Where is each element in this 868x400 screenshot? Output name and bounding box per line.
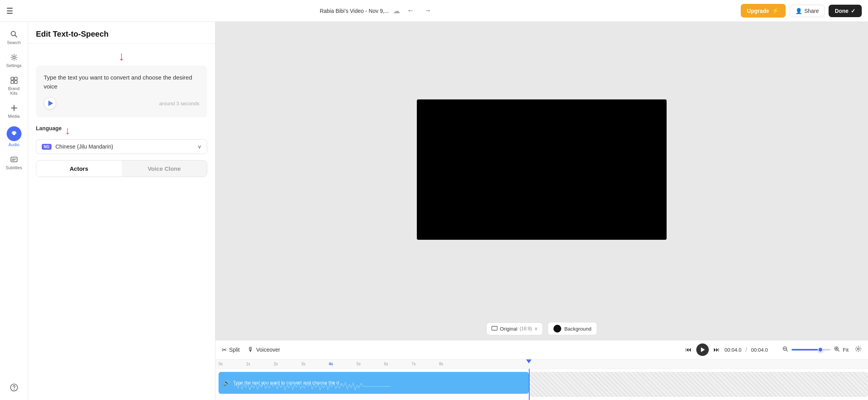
edit-panel: Edit Text-to-Speech ↓ Type the text you … — [28, 22, 215, 400]
brand-kits-icon — [9, 76, 19, 85]
audio-icon — [7, 126, 21, 141]
svg-point-24 — [857, 348, 859, 350]
play-icon — [48, 101, 53, 106]
zoom-slider-thumb — [818, 347, 823, 352]
aspect-label: Original — [500, 326, 518, 332]
svg-point-14 — [14, 389, 14, 390]
ruler-0s: 0s — [219, 362, 223, 366]
microphone-icon: 🎙 — [247, 346, 254, 353]
ruler-marks-row: 0s 1s 2s 3s 4s 5s 6s 7s 8s — [219, 362, 865, 366]
timeline-tracks: 🔊 Type the text you want to convert and … — [215, 369, 868, 400]
panel-title: Edit Text-to-Speech — [36, 30, 108, 38]
tab-actors[interactable]: Actors — [36, 161, 122, 177]
sidebar-search-label: Search — [7, 40, 21, 45]
language-badge: NG — [42, 144, 52, 150]
lightning-icon: ⚡ — [772, 7, 779, 14]
video-player[interactable] — [417, 99, 667, 240]
voiceover-label: Voiceover — [256, 347, 280, 353]
play-pause-button[interactable] — [696, 343, 709, 356]
svg-rect-10 — [11, 157, 17, 162]
redo-button[interactable]: → — [421, 5, 434, 16]
undo-button[interactable]: ← — [404, 5, 417, 16]
svg-line-1 — [15, 35, 17, 37]
playback-controls: ⏮ ⏭ 00:04.0 / 00:04.0 — [684, 343, 768, 356]
scissors-icon: ✂ — [222, 346, 227, 354]
background-select[interactable]: Background — [548, 322, 597, 335]
video-controls-bar: Original (16:9) ∨ Background — [215, 317, 868, 340]
ruler-6s: 6s — [384, 362, 388, 366]
rewind-button[interactable]: ⏮ — [684, 345, 693, 355]
text-preview-footer: around 3 seconds — [44, 97, 199, 110]
arrow-annotation-1: ↓ — [36, 50, 207, 62]
audio-track[interactable]: 🔊 Type the text you want to convert and … — [219, 372, 529, 394]
timeline-playhead-line — [529, 369, 530, 400]
language-section: Language ↓ NG Chinese (Jilu Mandarin) ∨ — [36, 124, 207, 154]
background-color-swatch — [553, 325, 561, 333]
upgrade-label: Upgrade — [747, 8, 769, 14]
share-icon: 👤 — [795, 8, 802, 14]
video-title: Rabia Bibi's Video - Nov 9,... — [320, 8, 389, 14]
zoom-slider-fill — [792, 349, 819, 350]
sidebar-settings-label: Settings — [6, 63, 22, 68]
sidebar-item-audio[interactable]: Audio — [2, 123, 26, 150]
aspect-ratio-value: (16:9) — [520, 326, 532, 331]
ruler-3s: 3s — [301, 362, 306, 366]
upgrade-button[interactable]: Upgrade ⚡ — [741, 4, 786, 18]
done-button[interactable]: Done ✓ — [829, 5, 862, 17]
main-layout: Search Settings Brand Kits Media Audio — [0, 22, 868, 400]
sidebar-item-search[interactable]: Search — [2, 27, 26, 48]
split-label: Split — [229, 347, 240, 353]
background-label: Background — [564, 326, 591, 332]
panel-content: ↓ Type the text you want to convert and … — [28, 44, 215, 400]
svg-rect-4 — [14, 77, 17, 80]
zoom-out-button[interactable] — [782, 346, 788, 354]
duration-text: around 3 seconds — [159, 101, 199, 106]
search-icon — [9, 30, 19, 39]
fast-forward-button[interactable]: ⏭ — [712, 345, 721, 355]
ruler-1s: 1s — [246, 362, 251, 366]
language-select[interactable]: NG Chinese (Jilu Mandarin) ∨ — [36, 139, 207, 154]
sidebar-item-help[interactable] — [2, 380, 26, 395]
audio-waveform — [234, 381, 390, 392]
svg-rect-5 — [11, 81, 14, 83]
split-tool[interactable]: ✂ Split — [222, 346, 240, 354]
sidebar-brandkits-label: Brand Kits — [5, 86, 23, 96]
sidebar-item-subtitles[interactable]: Subtitles — [2, 152, 26, 173]
zoom-slider[interactable] — [792, 349, 831, 350]
topbar-center: Rabia Bibi's Video - Nov 9,... ☁ ← → — [320, 5, 434, 16]
playhead-marker — [526, 359, 532, 363]
language-label: Language — [36, 125, 62, 131]
topbar-right: Upgrade ⚡ 👤 Share Done ✓ — [741, 4, 862, 18]
aspect-ratio-select[interactable]: Original (16:9) ∨ — [486, 322, 543, 335]
tab-voice-clone[interactable]: Voice Clone — [122, 161, 207, 177]
sidebar-item-media[interactable]: Media — [2, 100, 26, 122]
checkmark-icon: ✓ — [851, 8, 856, 14]
sidebar-item-brand-kits[interactable]: Brand Kits — [2, 73, 26, 99]
settings-icon — [9, 53, 19, 62]
text-preview-box[interactable]: Type the text you want to convert and ch… — [36, 65, 207, 117]
ruler-5s: 5s — [356, 362, 361, 366]
svg-rect-3 — [11, 77, 14, 80]
voiceover-tool[interactable]: 🎙 Voiceover — [247, 346, 280, 353]
svg-point-0 — [11, 32, 15, 36]
zoom-in-button[interactable] — [834, 346, 840, 354]
red-arrow-1: ↓ — [119, 50, 125, 62]
text-preview-content: Type the text you want to convert and ch… — [44, 73, 199, 91]
language-header: Language ↓ — [36, 124, 207, 136]
timeline-toolbar: ✂ Split 🎙 Voiceover ⏮ ⏭ 00:04.0 / 00:04 — [215, 340, 868, 359]
content-area: Original (16:9) ∨ Background ✂ Split 🎙 V… — [215, 22, 868, 400]
menu-icon[interactable]: ☰ — [6, 6, 13, 16]
svg-line-21 — [838, 350, 839, 351]
cloud-icon[interactable]: ☁ — [393, 7, 400, 15]
svg-line-18 — [786, 350, 788, 351]
sidebar: Search Settings Brand Kits Media Audio — [0, 22, 28, 400]
audio-track-icon: 🔊 — [223, 380, 230, 386]
topbar-left: ☰ — [6, 6, 13, 16]
timeline-settings-button[interactable] — [855, 345, 862, 354]
chevron-down-icon: ∨ — [197, 143, 201, 150]
zoom-fit-button[interactable]: Fit — [843, 347, 848, 353]
preview-play-button[interactable] — [44, 97, 56, 110]
sidebar-item-settings[interactable]: Settings — [2, 50, 26, 71]
help-icon — [9, 383, 19, 392]
share-button[interactable]: 👤 Share — [790, 5, 825, 17]
